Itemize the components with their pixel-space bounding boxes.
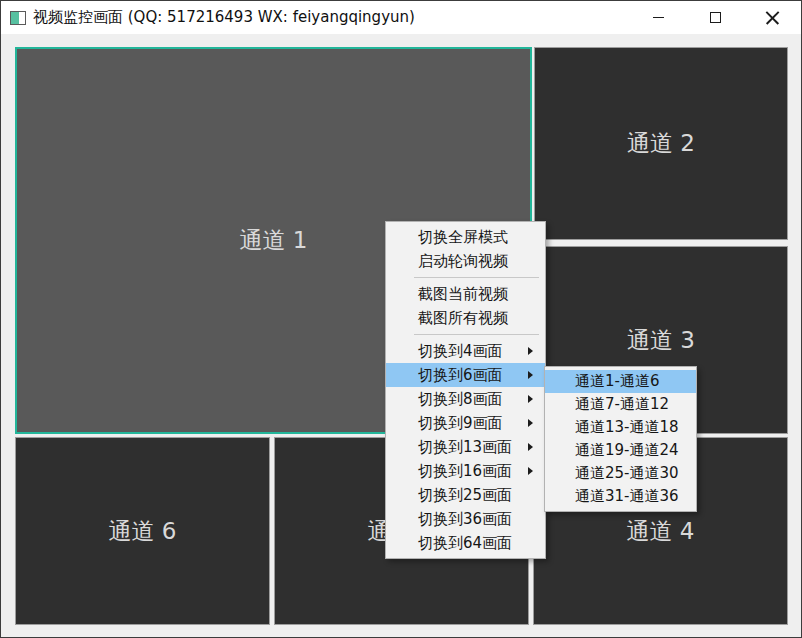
menu-item-switch-36[interactable]: 切换到36画面: [386, 507, 545, 531]
app-icon: [10, 11, 26, 25]
submenu-arrow-icon: [528, 443, 533, 451]
window-controls: [630, 1, 801, 34]
submenu-arrow-icon: [528, 371, 533, 379]
submenu-arrow-icon: [528, 395, 533, 403]
menu-separator: [414, 334, 539, 335]
submenu-arrow-icon: [528, 467, 533, 475]
menu-item-switch-25[interactable]: 切换到25画面: [386, 483, 545, 507]
menu-separator: [414, 277, 539, 278]
channel-label: 通道 6: [109, 516, 177, 547]
submenu-arrow-icon: [528, 347, 533, 355]
maximize-button[interactable]: [687, 1, 744, 34]
submenu-item-ch31-36[interactable]: 通道31-通道36: [545, 485, 696, 508]
channel-panel-2[interactable]: 通道 2: [534, 47, 788, 240]
minimize-button[interactable]: [630, 1, 687, 34]
context-submenu: 通道1-通道6 通道7-通道12 通道13-通道18 通道19-通道24 通道2…: [544, 366, 697, 512]
menu-item-switch-9[interactable]: 切换到9画面: [386, 411, 545, 435]
channel-label: 通道 2: [627, 128, 695, 159]
menu-item-switch-64[interactable]: 切换到64画面: [386, 531, 545, 555]
menu-item-snapshot-current[interactable]: 截图当前视频: [386, 282, 545, 306]
submenu-item-ch1-6[interactable]: 通道1-通道6: [545, 370, 696, 393]
close-icon: [765, 10, 780, 25]
menu-item-switch-4[interactable]: 切换到4画面: [386, 339, 545, 363]
channel-panel-6[interactable]: 通道 6: [15, 437, 270, 625]
menu-item-start-polling[interactable]: 启动轮询视频: [386, 249, 545, 273]
close-button[interactable]: [744, 1, 801, 34]
channel-label: 通道 4: [627, 516, 695, 547]
submenu-arrow-icon: [528, 419, 533, 427]
channel-label: 通道 1: [240, 225, 308, 256]
submenu-item-ch7-12[interactable]: 通道7-通道12: [545, 393, 696, 416]
menu-item-switch-6[interactable]: 切换到6画面: [386, 363, 545, 387]
context-menu: 切换全屏模式 启动轮询视频 截图当前视频 截图所有视频 切换到4画面 切换到6画…: [385, 221, 546, 559]
submenu-item-ch25-30[interactable]: 通道25-通道30: [545, 462, 696, 485]
titlebar: 视频监控画面 (QQ: 517216493 WX: feiyangqingyun…: [1, 1, 801, 34]
menu-item-toggle-fullscreen[interactable]: 切换全屏模式: [386, 225, 545, 249]
menu-item-switch-13[interactable]: 切换到13画面: [386, 435, 545, 459]
submenu-item-ch19-24[interactable]: 通道19-通道24: [545, 439, 696, 462]
maximize-icon: [710, 12, 721, 23]
channel-label: 通道 3: [627, 325, 695, 356]
app-window: 视频监控画面 (QQ: 517216493 WX: feiyangqingyun…: [0, 0, 802, 638]
menu-item-switch-16[interactable]: 切换到16画面: [386, 459, 545, 483]
submenu-item-ch13-18[interactable]: 通道13-通道18: [545, 416, 696, 439]
menu-item-snapshot-all[interactable]: 截图所有视频: [386, 306, 545, 330]
menu-item-switch-8[interactable]: 切换到8画面: [386, 387, 545, 411]
minimize-icon: [653, 17, 664, 18]
window-title: 视频监控画面 (QQ: 517216493 WX: feiyangqingyun…: [33, 8, 415, 27]
